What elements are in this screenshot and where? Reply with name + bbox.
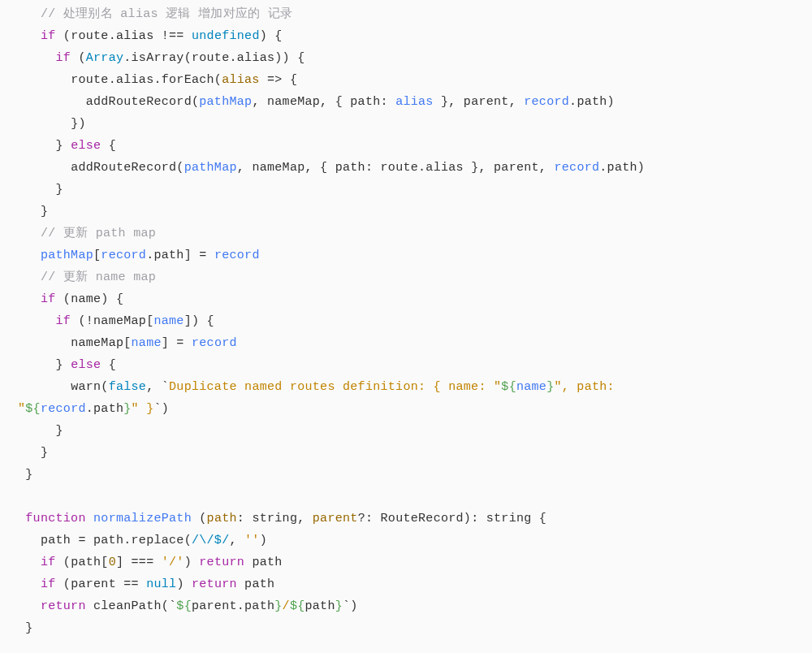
comment: // 处理别名 alias 逻辑 增加对应的 记录	[41, 7, 293, 21]
code-line: route.alias.forEach(alias => {	[18, 73, 297, 87]
code-line: // 更新 name map	[18, 270, 156, 284]
code-line: // 处理别名 alias 逻辑 增加对应的 记录	[18, 7, 292, 21]
code-line: if (path[0] === '/') return path	[18, 556, 283, 569]
code-line: addRouteRecord(pathMap, nameMap, { path:…	[18, 95, 615, 109]
code-line: if (!nameMap[name]) {	[18, 314, 214, 328]
code-line: path = path.replace(/\/$/, '')	[18, 534, 267, 547]
code-line: } else {	[18, 139, 116, 153]
code-line: // 更新 path map	[18, 227, 156, 240]
comment: // 更新 name map	[41, 270, 156, 284]
comment: // 更新 path map	[41, 227, 156, 240]
code-line: if (route.alias !== undefined) {	[18, 29, 283, 43]
code-line: }	[18, 424, 63, 438]
code-content: // 处理别名 alias 逻辑 增加对应的 记录 if (route.alia…	[18, 0, 804, 646]
code-line: warn(false, `Duplicate named routes defi…	[18, 380, 622, 394]
code-line: pathMap[record.path] = record	[18, 249, 260, 262]
code-line: "${record.path}" }`)	[18, 402, 169, 416]
code-line: if (parent == null) return path	[18, 577, 274, 591]
code-line: if (Array.isArray(route.alias)) {	[18, 51, 305, 65]
code-block: // 处理别名 alias 逻辑 增加对应的 记录 if (route.alia…	[0, 0, 812, 646]
code-line: }	[18, 205, 48, 218]
code-line: return cleanPath(`${parent.path}/${path}…	[18, 599, 358, 613]
code-line: addRouteRecord(pathMap, nameMap, { path:…	[18, 161, 645, 175]
code-line: }	[18, 446, 48, 460]
code-line: }	[18, 468, 33, 482]
code-line: if (name) {	[18, 292, 123, 306]
code-line: }	[18, 621, 33, 635]
code-line: nameMap[name] = record	[18, 336, 237, 350]
code-line: })	[18, 117, 86, 131]
code-line: function normalizePath (path: string, pa…	[18, 512, 546, 525]
code-line	[18, 490, 25, 504]
code-line: } else {	[18, 358, 116, 372]
code-line: }	[18, 183, 63, 197]
